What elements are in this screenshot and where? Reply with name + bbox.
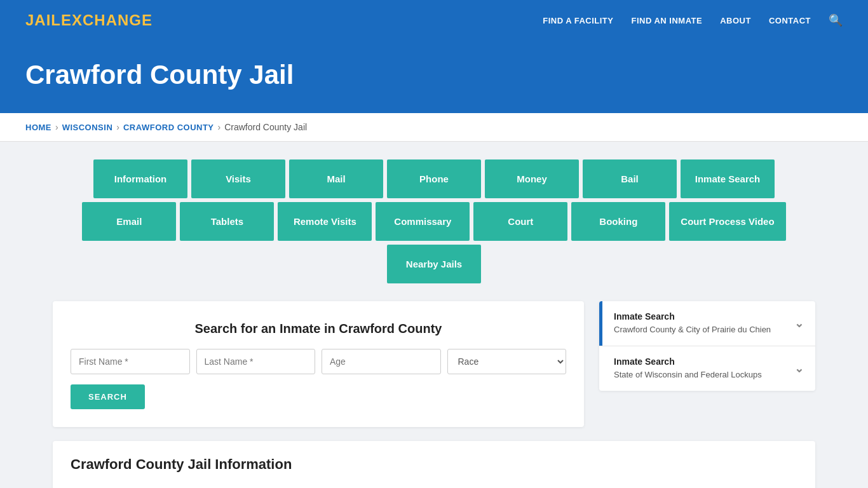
- last-name-input[interactable]: [196, 349, 316, 374]
- page-body: Information Visits Mail Phone Money Bail…: [27, 142, 841, 488]
- breadcrumb-home[interactable]: Home: [25, 123, 51, 132]
- breadcrumb-sep-1: ›: [55, 122, 58, 132]
- btn-visits[interactable]: Visits: [191, 159, 285, 198]
- btn-remote-visits[interactable]: Remote Visits: [278, 202, 372, 241]
- chevron-down-icon-1: ⌄: [794, 316, 804, 330]
- btn-information[interactable]: Information: [93, 159, 187, 198]
- btn-court-process-video[interactable]: Court Process Video: [669, 202, 785, 241]
- sidebar-item-crawford[interactable]: Inmate Search Crawford County & City of …: [599, 301, 815, 346]
- btn-booking[interactable]: Booking: [571, 202, 665, 241]
- search-icon-button[interactable]: 🔍: [829, 13, 843, 27]
- nav-buttons-grid: Information Visits Mail Phone Money Bail…: [53, 159, 815, 283]
- sidebar-card-1: Inmate Search Crawford County & City of …: [599, 301, 815, 391]
- breadcrumb: Home › Wisconsin › Crawford County › Cra…: [25, 122, 843, 132]
- age-input[interactable]: [322, 349, 441, 374]
- site-header: JAILEXCHANGE FIND A FACILITY FIND AN INM…: [0, 0, 868, 41]
- chevron-down-icon-2: ⌄: [794, 362, 804, 376]
- breadcrumb-sep-2: ›: [116, 122, 119, 132]
- search-fields: Race White Black Hispanic Asian Native A…: [71, 349, 566, 374]
- search-button[interactable]: SEARCH: [71, 384, 145, 409]
- btn-money[interactable]: Money: [485, 159, 579, 198]
- btn-nearby-jails[interactable]: Nearby Jails: [387, 245, 481, 283]
- bottom-title: Crawford County Jail Information: [71, 456, 797, 473]
- two-col-layout: Search for an Inmate in Crawford County …: [53, 301, 815, 427]
- sidebar-label-2: Inmate Search: [614, 356, 762, 367]
- nav-contact[interactable]: CONTACT: [769, 16, 811, 25]
- inmate-search-box: Search for an Inmate in Crawford County …: [53, 301, 584, 427]
- btn-email[interactable]: Email: [82, 202, 176, 241]
- breadcrumb-sep-3: ›: [218, 122, 221, 132]
- btn-court[interactable]: Court: [473, 202, 567, 241]
- site-logo[interactable]: JAILEXCHANGE: [25, 11, 153, 29]
- main-nav: FIND A FACILITY FIND AN INMATE ABOUT CON…: [543, 13, 843, 27]
- btn-tablets[interactable]: Tablets: [180, 202, 274, 241]
- first-name-input[interactable]: [71, 349, 190, 374]
- hero-section: Crawford County Jail: [0, 41, 868, 113]
- logo-jail: JAIL: [25, 11, 61, 29]
- nav-find-inmate[interactable]: FIND AN INMATE: [631, 16, 702, 25]
- bottom-section: Crawford County Jail Information: [53, 441, 815, 488]
- breadcrumb-crawford[interactable]: Crawford County: [123, 123, 214, 132]
- btn-phone[interactable]: Phone: [387, 159, 481, 198]
- page-title: Crawford County Jail: [25, 60, 843, 90]
- btn-mail[interactable]: Mail: [289, 159, 383, 198]
- breadcrumb-wisconsin[interactable]: Wisconsin: [62, 123, 113, 132]
- sidebar-label-1: Inmate Search: [614, 311, 771, 322]
- btn-commissary[interactable]: Commissary: [376, 202, 470, 241]
- sidebar-item-text-2: Inmate Search State of Wisconsin and Fed…: [614, 356, 762, 381]
- search-title: Search for an Inmate in Crawford County: [71, 322, 566, 336]
- sidebar-item-wisconsin[interactable]: Inmate Search State of Wisconsin and Fed…: [599, 346, 815, 391]
- breadcrumb-current: Crawford County Jail: [224, 122, 307, 132]
- sidebar-item-text-1: Inmate Search Crawford County & City of …: [614, 311, 771, 336]
- sidebar-sublabel-2: State of Wisconsin and Federal Lockups: [614, 369, 762, 381]
- sidebar-sublabel-1: Crawford County & City of Prairie du Chi…: [614, 324, 771, 336]
- race-select[interactable]: Race White Black Hispanic Asian Native A…: [447, 349, 567, 374]
- breadcrumb-bar: Home › Wisconsin › Crawford County › Cra…: [0, 113, 868, 142]
- btn-inmate-search[interactable]: Inmate Search: [681, 159, 775, 198]
- sidebar: Inmate Search Crawford County & City of …: [599, 301, 815, 396]
- nav-find-facility[interactable]: FIND A FACILITY: [543, 16, 613, 25]
- btn-bail[interactable]: Bail: [583, 159, 677, 198]
- logo-exchange: EXCHANGE: [61, 11, 153, 29]
- nav-about[interactable]: ABOUT: [720, 16, 751, 25]
